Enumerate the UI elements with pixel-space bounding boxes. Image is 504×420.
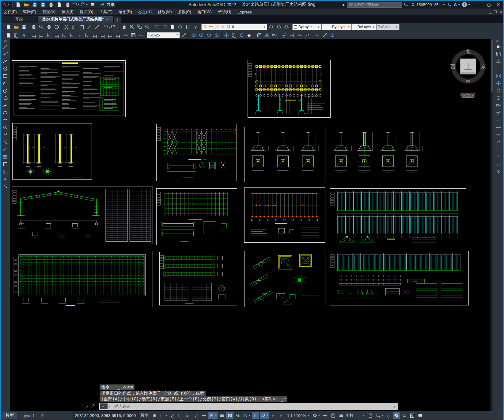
scale-icon[interactable]: [495, 94, 502, 102]
menu-tools[interactable]: 工具(T): [96, 9, 116, 15]
app-menu-button[interactable]: A▼: [1, 1, 11, 8]
viewcube-east-label[interactable]: 东: [481, 64, 486, 70]
snap-mode-toggle[interactable]: ▼: [159, 412, 168, 419]
color-control-dropdown[interactable]: ByLayer▼: [292, 24, 321, 30]
named-views-icon[interactable]: [161, 24, 169, 31]
region-icon[interactable]: [1, 161, 9, 168]
extend-icon[interactable]: [495, 116, 502, 124]
revision-cloud-icon[interactable]: [1, 94, 9, 102]
table-icon[interactable]: [1, 168, 9, 175]
viewcube-west-label[interactable]: 西: [450, 64, 455, 70]
search-input[interactable]: 键入关键字或短语: [347, 2, 402, 8]
box-icon[interactable]: [495, 168, 502, 175]
minimize-button[interactable]: —: [475, 1, 484, 8]
qat-more-icon[interactable]: [89, 1, 96, 8]
break-icon[interactable]: [495, 131, 502, 138]
viewcube-north-label[interactable]: 北: [466, 48, 471, 55]
viewcube-top-face[interactable]: 上: [460, 59, 476, 74]
pan-icon[interactable]: [120, 24, 128, 31]
point-style-icon[interactable]: [1, 183, 9, 190]
print-preview-icon[interactable]: [37, 24, 45, 31]
qprint-icon[interactable]: [64, 1, 71, 8]
graphics-performance-toggle[interactable]: [401, 412, 408, 419]
explode-icon[interactable]: [213, 32, 220, 39]
command-prompt-icon[interactable]: >_: [100, 403, 108, 409]
fillet-icon[interactable]: [495, 146, 502, 153]
stretch-icon[interactable]: [495, 102, 502, 109]
lock-ui-toggle[interactable]: ▼: [375, 412, 384, 419]
toolbar-grip[interactable]: [2, 40, 8, 42]
grid-display-toggle[interactable]: [151, 412, 158, 419]
menu-parametric[interactable]: 参数(P): [175, 9, 194, 15]
dim-tolerance-icon[interactable]: [129, 32, 137, 39]
brush-icon[interactable]: [321, 32, 328, 39]
make-object-layer-current-icon[interactable]: [267, 24, 275, 31]
mirror-icon[interactable]: [263, 32, 271, 39]
dim-arc-length-icon[interactable]: [45, 32, 53, 39]
blend-curves-icon[interactable]: [495, 161, 502, 168]
offset-icon[interactable]: [255, 32, 263, 39]
menu-window[interactable]: 窗口(W): [194, 9, 215, 15]
mirror-icon[interactable]: [495, 58, 502, 65]
annotation-scale-dropdown[interactable]: 1:1 / 100%▼: [285, 413, 311, 418]
stretch-icon[interactable]: [271, 32, 278, 39]
hatch-icon[interactable]: [1, 146, 9, 153]
menu-dimension[interactable]: 标注(N): [135, 9, 155, 15]
recent-commands-icon[interactable]: ▼: [108, 405, 111, 408]
delete-icon[interactable]: [245, 32, 253, 39]
qtransfer-icon[interactable]: [55, 1, 63, 8]
osnap-3d-toggle[interactable]: ▼: [242, 412, 251, 419]
menu-view[interactable]: 视图(V): [39, 9, 59, 15]
chamfer-icon[interactable]: [495, 153, 502, 161]
erase-icon[interactable]: [495, 43, 502, 50]
autodesk-apps-icon[interactable]: A▼: [454, 2, 460, 7]
trim-icon[interactable]: [280, 32, 288, 39]
toolbar-grip[interactable]: [2, 24, 4, 30]
match-properties-icon[interactable]: [85, 24, 93, 31]
paste-icon[interactable]: [78, 24, 85, 31]
command-expand-icon[interactable]: ▲: [393, 405, 396, 408]
viewcube-south-label[interactable]: 南: [466, 79, 471, 85]
dim-style-dropdown[interactable]: ISO-25▼: [147, 32, 180, 38]
qredo-icon[interactable]: ▼: [80, 1, 88, 8]
close-button[interactable]: ✕: [494, 1, 503, 8]
trim-icon[interactable]: [495, 109, 502, 116]
edit-attribute-icon[interactable]: A: [20, 32, 28, 39]
infer-constraints-toggle[interactable]: [169, 412, 176, 419]
command-window-grip[interactable]: [82, 404, 84, 409]
doc-restore-button[interactable]: ❐: [494, 10, 497, 14]
copy-icon[interactable]: [230, 32, 238, 39]
tab-current-drawing[interactable]: 某24米跨单层门式刚架厂房结构图* ×: [38, 16, 113, 23]
polar-tracking-toggle[interactable]: [184, 412, 192, 419]
polygon-icon[interactable]: [1, 65, 9, 72]
dim-break-icon[interactable]: [122, 32, 129, 39]
quick-calc-icon[interactable]: [184, 24, 191, 31]
annotation-autoscale-toggle[interactable]: [278, 412, 285, 419]
search-icon[interactable]: [404, 2, 409, 7]
dim-ordinate-icon[interactable]: [53, 32, 60, 39]
scrollbar-thumb[interactable]: [491, 40, 493, 92]
save-icon[interactable]: [20, 24, 28, 31]
union-icon[interactable]: [190, 32, 197, 39]
tool-palettes-icon[interactable]: [176, 24, 184, 31]
menu-edit[interactable]: 编辑(E): [20, 9, 39, 15]
zoom-window-icon[interactable]: [136, 24, 143, 31]
workspace-switching-toggle[interactable]: ▼: [312, 412, 321, 419]
layer-previous-icon[interactable]: [275, 24, 282, 31]
undo-icon[interactable]: ▼: [103, 24, 111, 31]
menu-help[interactable]: 帮助(H): [215, 9, 234, 15]
doc-minimize-button[interactable]: ▁: [489, 10, 491, 14]
toolbar-grip[interactable]: [496, 40, 501, 42]
dim-continue-icon[interactable]: [106, 32, 114, 39]
tab-start[interactable]: 开始: [1, 16, 37, 23]
customization-toggle[interactable]: [417, 412, 424, 419]
break-icon[interactable]: [296, 32, 303, 39]
dim-center-mark-icon[interactable]: [137, 32, 145, 39]
dim-quick-icon[interactable]: [91, 32, 99, 39]
offset-icon[interactable]: [495, 65, 502, 72]
transparency-toggle[interactable]: [226, 412, 233, 419]
publish-icon[interactable]: [45, 24, 53, 31]
hardware-acceleration-toggle[interactable]: [393, 412, 400, 419]
annotation-visibility-toggle[interactable]: [270, 412, 277, 419]
plot-style-control-dropdown[interactable]: ByColor▼: [376, 24, 400, 30]
